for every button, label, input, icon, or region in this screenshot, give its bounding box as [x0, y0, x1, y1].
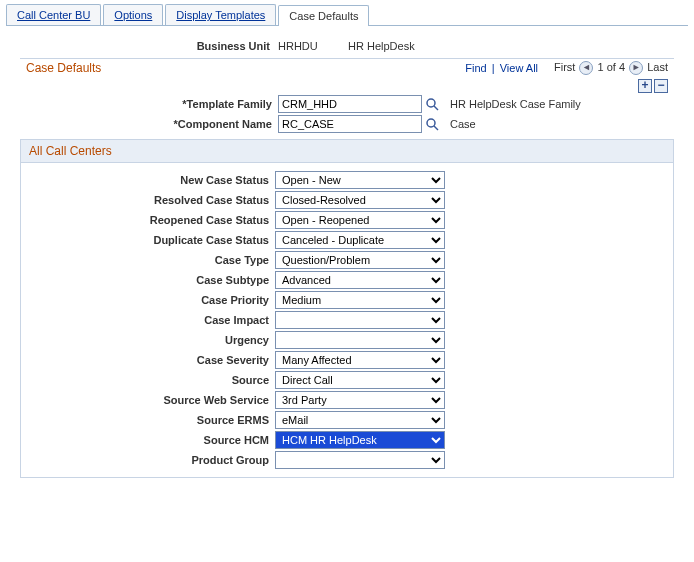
srcErms-label: Source ERMS	[21, 414, 275, 426]
separator: |	[489, 62, 498, 74]
newStatus-label: New Case Status	[21, 174, 275, 186]
prodGrp-select[interactable]	[275, 451, 445, 469]
svg-point-2	[427, 119, 435, 127]
severity-label: Case Severity	[21, 354, 275, 366]
source-select[interactable]: Direct Call	[275, 371, 445, 389]
business-unit-label: Business Unit	[0, 40, 278, 52]
caseType-select[interactable]: Question/Problem	[275, 251, 445, 269]
srcHcm-label: Source HCM	[21, 434, 275, 446]
first-label: First	[554, 61, 575, 73]
lookup-icon[interactable]	[424, 96, 440, 112]
caseType-label: Case Type	[21, 254, 275, 266]
subtype-select[interactable]: Advanced	[275, 271, 445, 289]
prodGrp-label: Product Group	[21, 454, 275, 466]
prev-icon[interactable]: ◄	[579, 61, 593, 75]
duplicate-label: Duplicate Case Status	[21, 234, 275, 246]
last-label: Last	[647, 61, 668, 73]
priority-select[interactable]: Medium	[275, 291, 445, 309]
impact-label: Case Impact	[21, 314, 275, 326]
tab-options[interactable]: Options	[103, 4, 163, 25]
source-label: Source	[21, 374, 275, 386]
all-call-centers-section: All Call Centers New Case StatusOpen - N…	[20, 139, 674, 478]
impact-select[interactable]	[275, 311, 445, 329]
srcErms-select[interactable]: eMail	[275, 411, 445, 429]
lookup-icon[interactable]	[424, 116, 440, 132]
section-title: Case Defaults	[26, 61, 101, 75]
template-family-desc: HR HelpDesk Case Family	[450, 98, 581, 110]
row-counter: 1 of 4	[598, 61, 626, 73]
resolved-select[interactable]: Closed-Resolved	[275, 191, 445, 209]
business-unit-name: HR HelpDesk	[348, 40, 415, 52]
svg-point-0	[427, 99, 435, 107]
component-name-input[interactable]	[278, 115, 422, 133]
business-unit-code: HRHDU	[278, 40, 348, 52]
template-family-input[interactable]	[278, 95, 422, 113]
reopened-select[interactable]: Open - Reopened	[275, 211, 445, 229]
add-row-button[interactable]: +	[638, 79, 652, 93]
priority-label: Case Priority	[21, 294, 275, 306]
srcWeb-select[interactable]: 3rd Party	[275, 391, 445, 409]
next-icon[interactable]: ►	[629, 61, 643, 75]
resolved-label: Resolved Case Status	[21, 194, 275, 206]
component-name-label: *Component Name	[20, 118, 278, 130]
urgency-label: Urgency	[21, 334, 275, 346]
subtype-label: Case Subtype	[21, 274, 275, 286]
add-remove-controls: + −	[0, 77, 694, 93]
duplicate-select[interactable]: Canceled - Duplicate	[275, 231, 445, 249]
view-all-link[interactable]: View All	[500, 62, 538, 74]
remove-row-button[interactable]: −	[654, 79, 668, 93]
reopened-label: Reopened Case Status	[21, 214, 275, 226]
component-name-desc: Case	[450, 118, 476, 130]
svg-line-3	[434, 126, 438, 130]
svg-line-1	[434, 106, 438, 110]
template-family-label: *Template Family	[20, 98, 278, 110]
newStatus-select[interactable]: Open - New	[275, 171, 445, 189]
srcWeb-label: Source Web Service	[21, 394, 275, 406]
tab-case-defaults[interactable]: Case Defaults	[278, 5, 369, 26]
subsection-title: All Call Centers	[21, 140, 673, 163]
tab-display-templates[interactable]: Display Templates	[165, 4, 276, 25]
severity-select[interactable]: Many Affected	[275, 351, 445, 369]
find-link[interactable]: Find	[465, 62, 486, 74]
srcHcm-select[interactable]: HCM HR HelpDesk	[275, 431, 445, 449]
business-unit-row: Business Unit HRHDU HR HelpDesk	[0, 26, 694, 58]
tab-bar: Call Center BU Options Display Templates…	[6, 4, 688, 26]
tab-call-center-bu[interactable]: Call Center BU	[6, 4, 101, 25]
urgency-select[interactable]	[275, 331, 445, 349]
case-defaults-header: Case Defaults Find | View All First ◄ 1 …	[20, 58, 674, 77]
